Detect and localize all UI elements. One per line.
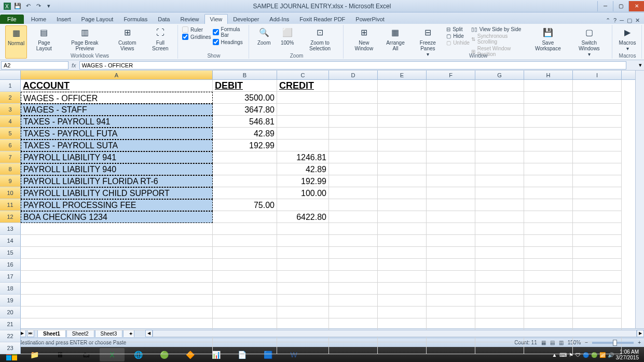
cell[interactable] (573, 247, 622, 259)
cell[interactable] (475, 128, 524, 140)
cell[interactable] (427, 318, 475, 330)
cell[interactable] (277, 247, 329, 259)
ruler-checkbox[interactable]: Ruler (182, 26, 211, 33)
col-header-c[interactable]: C (277, 71, 329, 79)
cell[interactable] (213, 295, 277, 307)
cell[interactable] (573, 295, 622, 307)
cell[interactable] (329, 211, 378, 223)
hide-button[interactable]: ▢ Hide (446, 33, 470, 39)
cell[interactable] (329, 295, 378, 307)
cell[interactable]: WAGES - STAFF (21, 104, 213, 116)
cell[interactable] (378, 116, 427, 128)
cell[interactable] (329, 307, 378, 318)
cell[interactable] (573, 128, 622, 140)
cell[interactable] (329, 92, 378, 104)
cell[interactable] (427, 307, 475, 318)
maximize-button[interactable]: ▢ (613, 1, 628, 11)
cell[interactable] (427, 80, 475, 92)
name-box[interactable] (1, 61, 68, 69)
cell[interactable]: PAYROLL LIABILITY 940 (21, 163, 213, 175)
cell[interactable] (524, 151, 573, 163)
cell[interactable] (427, 283, 475, 295)
qat-more-icon[interactable]: ▾ (45, 2, 53, 10)
row-header[interactable]: 4 (0, 116, 21, 128)
close-button[interactable]: ✕ (628, 1, 644, 11)
cell[interactable] (329, 199, 378, 211)
cell[interactable] (524, 92, 573, 104)
cell[interactable] (427, 151, 475, 163)
minimize-button[interactable]: ─ (597, 1, 613, 11)
col-header-h[interactable]: H (524, 71, 573, 79)
col-header-i[interactable]: I (573, 71, 622, 79)
cell[interactable]: PAYROLL LIABILITY CHILD SUPPORT (21, 187, 213, 199)
cell[interactable]: PAYROLL PROCESSING FEE (21, 199, 213, 211)
cell[interactable] (524, 163, 573, 175)
cell[interactable] (524, 283, 573, 295)
cell[interactable] (213, 307, 277, 318)
cell[interactable] (427, 247, 475, 259)
cell[interactable] (573, 140, 622, 151)
cell[interactable] (573, 92, 622, 104)
cell[interactable] (21, 318, 213, 330)
cell[interactable] (277, 271, 329, 283)
cell[interactable] (277, 283, 329, 295)
cell[interactable] (277, 342, 329, 354)
cell[interactable]: ACCOUNT (21, 80, 213, 92)
row-header[interactable]: 1 (0, 80, 21, 92)
cell[interactable] (329, 342, 378, 354)
cell[interactable] (573, 163, 622, 175)
cell[interactable]: 546.81 (213, 116, 277, 128)
row-header[interactable]: 18 (0, 283, 21, 295)
tab-review[interactable]: Review (175, 15, 204, 24)
cell[interactable] (329, 116, 378, 128)
cell[interactable] (427, 223, 475, 235)
cell[interactable] (329, 223, 378, 235)
cell[interactable] (573, 318, 622, 330)
row-header[interactable]: 23 (0, 342, 21, 354)
row-header[interactable]: 13 (0, 223, 21, 235)
cell[interactable] (213, 163, 277, 175)
tab-formulas[interactable]: Formulas (118, 15, 153, 24)
cell[interactable] (427, 259, 475, 271)
cell[interactable] (475, 116, 524, 128)
cell[interactable] (213, 175, 277, 187)
cell[interactable] (378, 80, 427, 92)
cell[interactable] (475, 187, 524, 199)
row-header[interactable]: 7 (0, 151, 21, 163)
cell[interactable] (573, 199, 622, 211)
cell[interactable] (427, 235, 475, 247)
cell[interactable] (524, 199, 573, 211)
cell[interactable] (427, 175, 475, 187)
cell[interactable] (21, 307, 213, 318)
undo-icon[interactable]: ↶ (24, 2, 32, 10)
cell[interactable] (213, 235, 277, 247)
cell[interactable] (573, 283, 622, 295)
cell[interactable] (475, 318, 524, 330)
cell[interactable] (573, 211, 622, 223)
save-icon[interactable]: 💾 (13, 2, 22, 10)
cell[interactable] (21, 247, 213, 259)
cell[interactable] (427, 116, 475, 128)
row-header[interactable]: 10 (0, 187, 21, 199)
doc-min-icon[interactable]: ─ (620, 17, 624, 24)
cell[interactable] (213, 151, 277, 163)
row-header[interactable]: 8 (0, 163, 21, 175)
cell[interactable] (277, 295, 329, 307)
cell[interactable] (277, 140, 329, 151)
cell[interactable] (277, 259, 329, 271)
cell[interactable]: 192.99 (277, 175, 329, 187)
cell[interactable] (475, 104, 524, 116)
cell[interactable]: 42.89 (277, 163, 329, 175)
cell[interactable] (475, 211, 524, 223)
tab-view[interactable]: View (204, 14, 228, 24)
cell[interactable] (427, 211, 475, 223)
cell[interactable] (427, 140, 475, 151)
cell[interactable] (475, 151, 524, 163)
cell[interactable] (573, 235, 622, 247)
row-header[interactable]: 11 (0, 199, 21, 211)
cell[interactable] (329, 259, 378, 271)
cell[interactable] (21, 271, 213, 283)
cell[interactable] (329, 271, 378, 283)
cell[interactable] (524, 307, 573, 318)
cell[interactable] (378, 140, 427, 151)
